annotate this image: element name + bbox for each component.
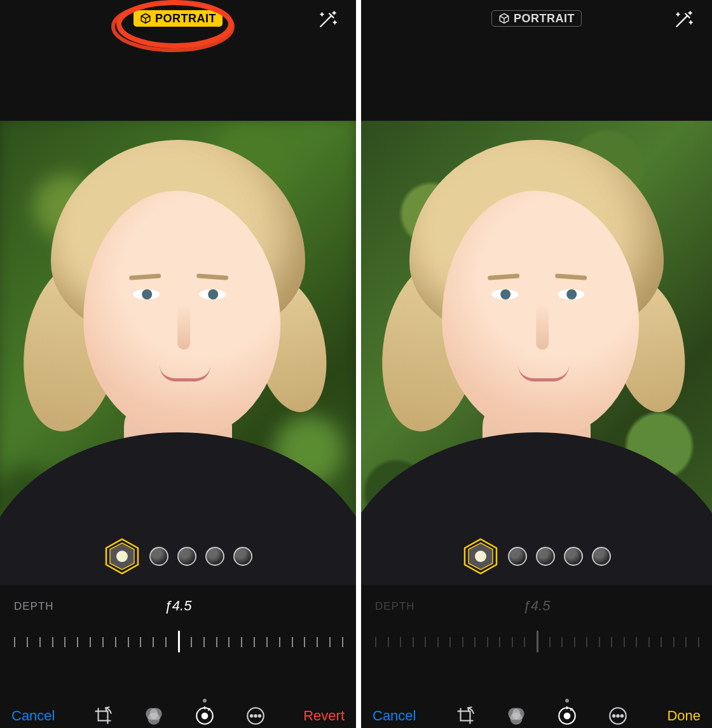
portrait-mode-toggle[interactable]: PORTRAIT xyxy=(134,10,222,27)
adjust-tool-button[interactable] xyxy=(194,705,216,727)
cancel-button[interactable]: Cancel xyxy=(373,708,416,724)
svg-point-25 xyxy=(565,713,570,719)
magic-wand-icon xyxy=(673,22,694,32)
filters-tool-button[interactable] xyxy=(505,705,527,727)
depth-control: DEPTH ƒ4.5 xyxy=(0,585,356,687)
ellipsis-circle-icon xyxy=(607,705,629,727)
cube-icon xyxy=(498,13,510,24)
annotation-circle xyxy=(102,0,248,57)
magic-wand-icon xyxy=(317,22,338,32)
svg-point-23 xyxy=(510,713,522,725)
depth-slider xyxy=(375,631,698,656)
svg-point-15 xyxy=(254,715,256,717)
lighting-option-2[interactable] xyxy=(508,547,527,566)
crop-rotate-icon xyxy=(455,705,476,727)
done-button[interactable]: Done xyxy=(667,708,701,724)
lighting-natural-selected[interactable] xyxy=(104,538,140,575)
crop-tool-button[interactable] xyxy=(92,705,114,727)
editor-panel-left: PORTRAIT xyxy=(0,0,356,728)
svg-point-10 xyxy=(202,713,208,719)
photo-subject xyxy=(371,127,702,585)
lighting-option-4[interactable] xyxy=(205,547,224,566)
depth-label: DEPTH xyxy=(375,600,415,613)
lighting-option-5[interactable] xyxy=(233,547,252,566)
top-bar: PORTRAIT xyxy=(361,0,712,121)
cube-icon xyxy=(140,13,151,24)
portrait-mode-toggle[interactable]: PORTRAIT xyxy=(491,10,582,27)
photo-preview[interactable] xyxy=(0,121,356,585)
top-bar: PORTRAIT xyxy=(0,0,356,121)
svg-point-14 xyxy=(250,715,252,717)
lighting-natural-selected[interactable] xyxy=(462,538,499,575)
depth-label: DEPTH xyxy=(14,600,54,613)
editor-panel-right: PORTRAIT xyxy=(356,0,712,728)
depth-value: ƒ4.5 xyxy=(165,598,192,614)
svg-point-30 xyxy=(617,715,619,717)
depth-control: DEPTH ƒ4.5 xyxy=(361,585,712,687)
adjust-dial-icon xyxy=(194,705,216,727)
revert-button[interactable]: Revert xyxy=(303,708,345,724)
lighting-option-3[interactable] xyxy=(177,547,196,566)
filters-tool-button[interactable] xyxy=(143,705,165,727)
lighting-option-5[interactable] xyxy=(592,547,611,566)
depth-slider[interactable] xyxy=(14,631,342,656)
bottom-toolbar: Cancel xyxy=(361,687,712,728)
svg-point-16 xyxy=(259,715,261,717)
filters-icon xyxy=(505,705,527,727)
portrait-lighting-picker[interactable] xyxy=(462,538,611,575)
more-tool-button[interactable] xyxy=(607,705,629,727)
ellipsis-circle-icon xyxy=(245,705,266,727)
depth-value: ƒ4.5 xyxy=(523,598,551,614)
more-tool-button[interactable] xyxy=(245,705,266,727)
portrait-mode-label: PORTRAIT xyxy=(155,13,216,24)
auto-enhance-button[interactable] xyxy=(317,9,338,31)
lighting-option-3[interactable] xyxy=(536,547,555,566)
photo-preview[interactable] xyxy=(361,121,712,585)
filters-icon xyxy=(143,705,165,727)
lighting-option-2[interactable] xyxy=(149,547,168,566)
portrait-lighting-picker[interactable] xyxy=(104,538,252,575)
svg-point-31 xyxy=(621,715,623,717)
svg-rect-20 xyxy=(461,711,470,721)
svg-point-29 xyxy=(613,715,615,717)
svg-point-4 xyxy=(116,551,128,562)
crop-tool-button[interactable] xyxy=(455,705,476,727)
bottom-toolbar: Cancel xyxy=(0,687,356,728)
auto-enhance-button[interactable] xyxy=(673,9,694,31)
svg-point-8 xyxy=(147,713,160,725)
adjust-tool-button[interactable] xyxy=(556,705,578,727)
portrait-mode-label: PORTRAIT xyxy=(514,13,575,24)
crop-rotate-icon xyxy=(92,705,114,727)
photo-subject xyxy=(13,127,343,585)
lighting-option-4[interactable] xyxy=(564,547,583,566)
cancel-button[interactable]: Cancel xyxy=(11,708,55,724)
adjust-dial-icon xyxy=(556,705,578,727)
svg-point-19 xyxy=(475,551,486,562)
svg-rect-5 xyxy=(98,711,107,721)
